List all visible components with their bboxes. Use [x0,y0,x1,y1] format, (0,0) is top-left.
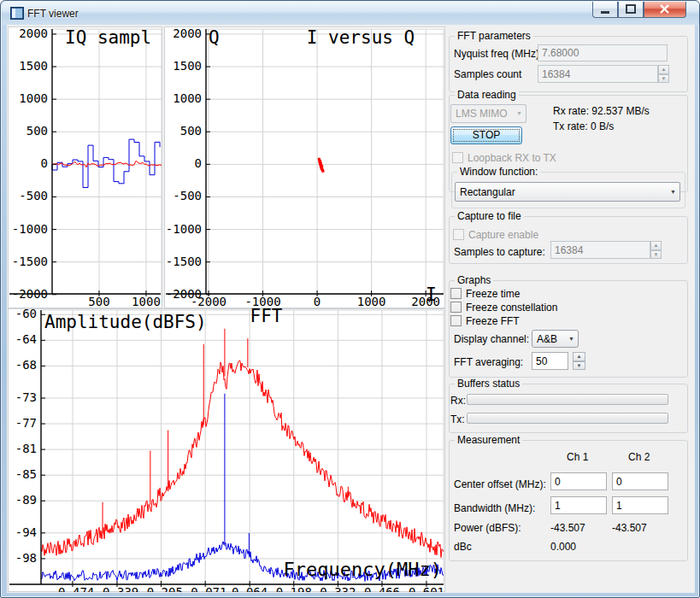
loopback-label: Loopback RX to TX [468,152,556,164]
svg-text:I: I [426,284,437,305]
svg-text:0.466: 0.466 [364,585,400,592]
bandwidth-ch1-input[interactable]: 1 [550,496,607,514]
app-window: FFT viewer 50010002000150010005000-500-1… [0,0,700,598]
svg-text:-2000: -2000 [166,287,202,301]
svg-text:-89: -89 [15,493,37,507]
svg-text:1000: 1000 [19,91,48,105]
buffers-status-group: Buffers status [449,384,688,433]
svg-text:-1500: -1500 [12,255,48,268]
fft-canvas: -0.474-0.339-0.205-0.0710.0640.1980.3320… [8,308,445,592]
display-channel-select[interactable]: A&B ▼ [532,330,579,348]
svg-text:-1000: -1000 [244,295,280,308]
svg-text:0.601: 0.601 [409,585,444,592]
svg-text:-0.474: -0.474 [51,585,95,592]
maximize-icon [619,2,643,16]
nyquist-freq-field: 7.68000 [538,44,668,62]
svg-text:-60: -60 [15,308,37,320]
display-channel-value: A&B [537,333,557,345]
svg-text:-0.339: -0.339 [96,585,139,592]
samples-count-label: Samples count [454,68,521,80]
svg-text:500: 500 [88,295,109,308]
minimize-button[interactable] [592,2,618,18]
stop-button[interactable]: STOP [450,126,522,144]
svg-text:-68: -68 [15,358,37,372]
dbc-value: 0.000 [550,541,576,553]
svg-text:0: 0 [41,156,48,170]
svg-text:-500: -500 [173,189,202,202]
maximize-button[interactable] [618,2,644,18]
window-function-value: Rectangular [460,186,515,198]
svg-text:-85: -85 [15,467,37,481]
nyquist-freq-label: Nyquist freq (MHz): [454,48,542,60]
freeze-constellation-label: Freeze constellation [466,302,557,314]
chevron-down-icon: ▼ [670,189,676,196]
spin-up-icon: ▲ [658,65,669,74]
freeze-constellation-checkbox[interactable] [450,302,462,313]
minimize-icon [593,2,617,16]
window-title: FFT viewer [27,8,79,20]
constellation-canvas: -2000-10000100020002000150010005000-500-… [164,26,445,308]
svg-text:IQ sampl: IQ sampl [65,27,151,48]
iq-samples-plot[interactable]: 50010002000150010005000-500-1000-1500-20… [8,26,162,308]
samples-count-field: 16384 [538,65,658,83]
spin-down-icon: ▼ [658,74,669,84]
svg-text:Amplitude(dBFS): Amplitude(dBFS) [44,312,207,332]
svg-text:I versus Q: I versus Q [307,27,415,48]
fft-averaging-spinner[interactable]: ▲ ▼ [573,352,585,370]
fft-plot[interactable]: -0.474-0.339-0.205-0.0710.0640.1980.3320… [8,308,445,592]
display-channel-label: Display channel: [454,333,529,345]
close-icon [644,2,685,16]
svg-text:-2000: -2000 [12,287,48,301]
spin-down-icon[interactable]: ▼ [573,361,585,371]
constellation-plot[interactable]: -2000-10000100020002000150010005000-500-… [164,26,445,308]
group-title: Capture to file [455,211,524,222]
bandwidth-ch2-input[interactable]: 1 [612,496,668,514]
center-offset-ch1-input[interactable]: 0 [550,472,607,490]
spin-up-icon: ▲ [650,241,662,250]
close-button[interactable] [644,2,686,18]
bandwidth-label: Bandwidth (MHz): [454,502,535,514]
tx-buffer-progressbar [467,413,668,424]
samples-count-spinner: ▲ ▼ [658,65,669,83]
spin-up-icon[interactable]: ▲ [573,352,585,361]
titlebar[interactable]: FFT viewer [2,2,700,25]
capture-enable-checkbox [453,229,464,240]
group-title: Window function: [457,167,540,178]
group-title: Data reading [455,90,519,101]
power-ch2-value: -43.507 [612,522,647,534]
svg-text:500: 500 [180,124,202,138]
rx-rate-text: Rx rate: 92.537 MB/s [553,105,650,117]
spin-down-icon: ▼ [650,250,662,260]
group-title: Graphs [455,275,493,286]
svg-text:-64: -64 [15,332,37,346]
samples-to-capture-spinner: ▲ ▼ [650,241,662,259]
dbc-label: dBc [454,541,472,553]
group-title: FFT parameters [455,31,533,42]
center-offset-ch2-input[interactable]: 0 [612,472,668,490]
svg-text:Frequency(MHz): Frequency(MHz) [284,559,442,580]
svg-text:0.064: 0.064 [232,585,268,592]
rx-buffer-label: Rx: [450,395,466,407]
freeze-time-checkbox[interactable] [450,288,462,299]
tx-rate-text: Tx rate: 0 B/s [553,120,614,132]
samples-to-capture-label: Samples to capture: [454,246,545,258]
capture-enable-label: Capture enable [468,229,538,241]
freeze-time-label: Freeze time [466,288,520,300]
freeze-fft-checkbox[interactable] [450,315,462,326]
svg-text:1000: 1000 [173,91,202,105]
group-title: Buffers status [455,378,522,390]
center-offset-label: Center offset (MHz): [454,478,546,490]
device-select: LMS MIMO ▼ [450,104,526,123]
svg-text:0: 0 [314,295,321,308]
svg-text:-0.071: -0.071 [184,585,227,592]
window-function-select[interactable]: Rectangular ▼ [455,182,680,202]
group-title: Measurement [455,435,522,446]
svg-text:1000: 1000 [357,295,386,308]
tx-buffer-label: Tx: [450,413,465,425]
ch1-column-header: Ch 1 [567,451,588,463]
svg-text:-81: -81 [15,442,37,455]
fft-averaging-field[interactable]: 50 [532,352,568,370]
freeze-fft-label: Freeze FFT [466,315,520,327]
svg-text:-500: -500 [19,189,48,202]
svg-text:0.198: 0.198 [276,585,312,592]
